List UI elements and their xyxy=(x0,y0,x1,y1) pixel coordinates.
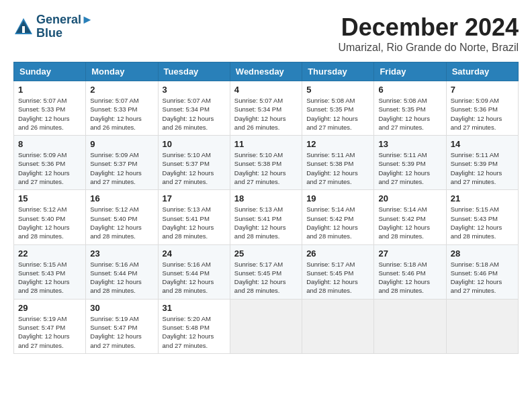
week-row-3: 15 Sunrise: 5:12 AM Sunset: 5:40 PM Dayl… xyxy=(14,190,519,244)
day-info: Sunrise: 5:10 AM Sunset: 5:37 PM Dayligh… xyxy=(163,150,226,186)
day-number: 5 xyxy=(306,85,369,95)
day-info: Sunrise: 5:08 AM Sunset: 5:35 PM Dayligh… xyxy=(378,96,441,132)
svg-rect-2 xyxy=(22,26,25,33)
day-info: Sunrise: 5:14 AM Sunset: 5:42 PM Dayligh… xyxy=(306,205,369,240)
day-cell-4: 4 Sunrise: 5:07 AM Sunset: 5:34 PM Dayli… xyxy=(230,81,302,136)
calendar-header-row: SundayMondayTuesdayWednesdayThursdayFrid… xyxy=(14,62,519,81)
day-cell-21: 21 Sunrise: 5:15 AM Sunset: 5:43 PM Dayl… xyxy=(446,190,518,244)
empty-cell xyxy=(374,299,446,353)
subtitle: Umarizal, Rio Grande do Norte, Brazil xyxy=(338,42,519,54)
day-number: 19 xyxy=(306,193,369,203)
day-number: 23 xyxy=(90,248,153,259)
day-cell-1: 1 Sunrise: 5:07 AM Sunset: 5:33 PM Dayli… xyxy=(14,81,86,136)
day-info: Sunrise: 5:07 AM Sunset: 5:34 PM Dayligh… xyxy=(163,96,226,132)
day-cell-24: 24 Sunrise: 5:16 AM Sunset: 5:44 PM Dayl… xyxy=(158,244,230,299)
header-thursday: Thursday xyxy=(302,62,374,81)
day-cell-13: 13 Sunrise: 5:11 AM Sunset: 5:39 PM Dayl… xyxy=(374,136,446,190)
day-number: 25 xyxy=(234,248,298,259)
day-info: Sunrise: 5:10 AM Sunset: 5:38 PM Dayligh… xyxy=(234,150,298,186)
day-cell-18: 18 Sunrise: 5:13 AM Sunset: 5:41 PM Dayl… xyxy=(230,190,302,244)
logo-text: General► Blue xyxy=(36,13,93,40)
day-cell-30: 30 Sunrise: 5:19 AM Sunset: 5:47 PM Dayl… xyxy=(86,299,158,353)
day-cell-2: 2 Sunrise: 5:07 AM Sunset: 5:33 PM Dayli… xyxy=(86,81,158,136)
day-number: 4 xyxy=(234,85,298,95)
month-title: December 2024 xyxy=(338,13,519,42)
day-cell-28: 28 Sunrise: 5:18 AM Sunset: 5:46 PM Dayl… xyxy=(446,244,518,299)
day-number: 24 xyxy=(163,248,226,259)
day-number: 1 xyxy=(18,85,81,95)
day-info: Sunrise: 5:13 AM Sunset: 5:41 PM Dayligh… xyxy=(163,205,226,240)
day-cell-6: 6 Sunrise: 5:08 AM Sunset: 5:35 PM Dayli… xyxy=(374,81,446,136)
empty-cell xyxy=(230,299,302,353)
day-number: 15 xyxy=(18,193,81,203)
day-number: 31 xyxy=(163,303,226,313)
day-info: Sunrise: 5:15 AM Sunset: 5:43 PM Dayligh… xyxy=(451,205,514,240)
day-number: 8 xyxy=(18,139,81,149)
day-info: Sunrise: 5:07 AM Sunset: 5:33 PM Dayligh… xyxy=(18,96,81,132)
day-number: 7 xyxy=(451,85,514,95)
logo-icon xyxy=(13,17,34,37)
day-cell-3: 3 Sunrise: 5:07 AM Sunset: 5:34 PM Dayli… xyxy=(158,81,230,136)
day-info: Sunrise: 5:14 AM Sunset: 5:42 PM Dayligh… xyxy=(378,205,441,240)
week-row-5: 29 Sunrise: 5:19 AM Sunset: 5:47 PM Dayl… xyxy=(14,299,519,353)
day-cell-7: 7 Sunrise: 5:09 AM Sunset: 5:36 PM Dayli… xyxy=(446,81,518,136)
day-number: 9 xyxy=(90,139,153,149)
day-number: 6 xyxy=(378,85,441,95)
day-number: 21 xyxy=(451,193,514,203)
day-number: 29 xyxy=(18,303,81,313)
header-monday: Monday xyxy=(86,62,158,81)
day-info: Sunrise: 5:18 AM Sunset: 5:46 PM Dayligh… xyxy=(378,260,441,295)
day-cell-5: 5 Sunrise: 5:08 AM Sunset: 5:35 PM Dayli… xyxy=(302,81,374,136)
day-info: Sunrise: 5:11 AM Sunset: 5:39 PM Dayligh… xyxy=(378,150,441,186)
day-cell-23: 23 Sunrise: 5:16 AM Sunset: 5:44 PM Dayl… xyxy=(86,244,158,299)
header-friday: Friday xyxy=(374,62,446,81)
day-cell-10: 10 Sunrise: 5:10 AM Sunset: 5:37 PM Dayl… xyxy=(158,136,230,190)
calendar-body: 1 Sunrise: 5:07 AM Sunset: 5:33 PM Dayli… xyxy=(14,81,519,354)
day-cell-17: 17 Sunrise: 5:13 AM Sunset: 5:41 PM Dayl… xyxy=(158,190,230,244)
day-info: Sunrise: 5:09 AM Sunset: 5:36 PM Dayligh… xyxy=(18,150,81,186)
day-number: 26 xyxy=(306,248,369,259)
day-cell-29: 29 Sunrise: 5:19 AM Sunset: 5:47 PM Dayl… xyxy=(14,299,86,353)
day-cell-11: 11 Sunrise: 5:10 AM Sunset: 5:38 PM Dayl… xyxy=(230,136,302,190)
day-cell-8: 8 Sunrise: 5:09 AM Sunset: 5:36 PM Dayli… xyxy=(14,136,86,190)
day-info: Sunrise: 5:07 AM Sunset: 5:33 PM Dayligh… xyxy=(90,96,153,132)
day-info: Sunrise: 5:08 AM Sunset: 5:35 PM Dayligh… xyxy=(306,96,369,132)
day-number: 12 xyxy=(306,139,369,149)
header-saturday: Saturday xyxy=(446,62,518,81)
empty-cell xyxy=(446,299,518,353)
day-number: 3 xyxy=(163,85,226,95)
week-row-4: 22 Sunrise: 5:15 AM Sunset: 5:43 PM Dayl… xyxy=(14,244,519,299)
day-number: 20 xyxy=(378,193,441,203)
day-cell-19: 19 Sunrise: 5:14 AM Sunset: 5:42 PM Dayl… xyxy=(302,190,374,244)
day-info: Sunrise: 5:11 AM Sunset: 5:39 PM Dayligh… xyxy=(451,150,514,186)
day-info: Sunrise: 5:13 AM Sunset: 5:41 PM Dayligh… xyxy=(234,205,298,240)
title-section: December 2024 Umarizal, Rio Grande do No… xyxy=(338,13,519,54)
day-info: Sunrise: 5:20 AM Sunset: 5:48 PM Dayligh… xyxy=(163,314,226,350)
day-info: Sunrise: 5:07 AM Sunset: 5:34 PM Dayligh… xyxy=(234,96,298,132)
day-info: Sunrise: 5:19 AM Sunset: 5:47 PM Dayligh… xyxy=(18,314,81,350)
day-info: Sunrise: 5:17 AM Sunset: 5:45 PM Dayligh… xyxy=(306,260,369,295)
logo: General► Blue xyxy=(13,13,93,40)
day-info: Sunrise: 5:19 AM Sunset: 5:47 PM Dayligh… xyxy=(90,314,153,350)
day-cell-14: 14 Sunrise: 5:11 AM Sunset: 5:39 PM Dayl… xyxy=(446,136,518,190)
day-number: 16 xyxy=(90,193,153,203)
day-info: Sunrise: 5:11 AM Sunset: 5:38 PM Dayligh… xyxy=(306,150,369,186)
calendar-table: SundayMondayTuesdayWednesdayThursdayFrid… xyxy=(13,62,519,354)
day-cell-22: 22 Sunrise: 5:15 AM Sunset: 5:43 PM Dayl… xyxy=(14,244,86,299)
empty-cell xyxy=(302,299,374,353)
day-info: Sunrise: 5:12 AM Sunset: 5:40 PM Dayligh… xyxy=(18,205,81,240)
day-number: 27 xyxy=(378,248,441,259)
day-info: Sunrise: 5:15 AM Sunset: 5:43 PM Dayligh… xyxy=(18,260,81,295)
day-cell-20: 20 Sunrise: 5:14 AM Sunset: 5:42 PM Dayl… xyxy=(374,190,446,244)
day-number: 28 xyxy=(451,248,514,259)
header-wednesday: Wednesday xyxy=(230,62,302,81)
day-info: Sunrise: 5:17 AM Sunset: 5:45 PM Dayligh… xyxy=(234,260,298,295)
day-number: 14 xyxy=(451,139,514,149)
header-tuesday: Tuesday xyxy=(158,62,230,81)
day-info: Sunrise: 5:16 AM Sunset: 5:44 PM Dayligh… xyxy=(163,260,226,295)
day-cell-27: 27 Sunrise: 5:18 AM Sunset: 5:46 PM Dayl… xyxy=(374,244,446,299)
day-number: 2 xyxy=(90,85,153,95)
day-cell-15: 15 Sunrise: 5:12 AM Sunset: 5:40 PM Dayl… xyxy=(14,190,86,244)
week-row-1: 1 Sunrise: 5:07 AM Sunset: 5:33 PM Dayli… xyxy=(14,81,519,136)
day-cell-31: 31 Sunrise: 5:20 AM Sunset: 5:48 PM Dayl… xyxy=(158,299,230,353)
